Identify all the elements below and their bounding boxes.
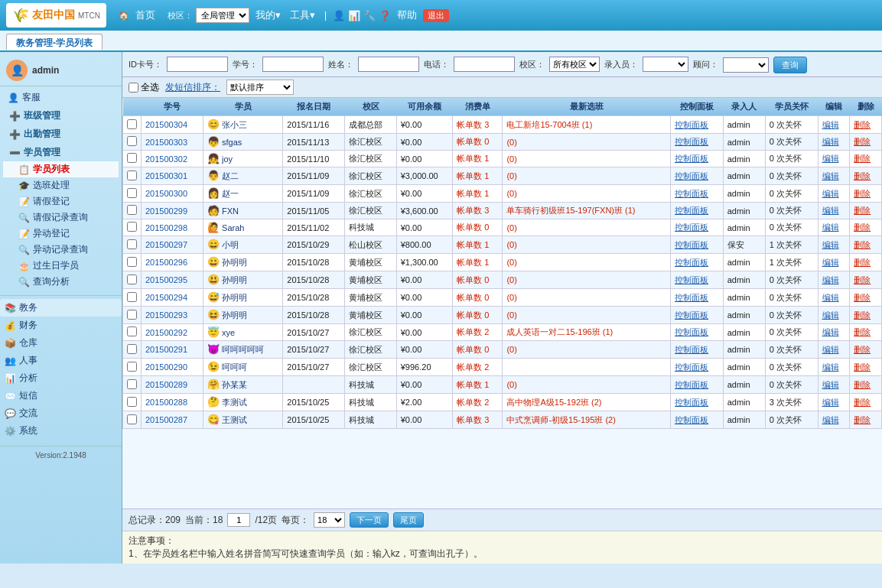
row-latest[interactable]: 成人英语一对二15-196班 (1) [503, 324, 671, 341]
row-id[interactable]: 201500290 [142, 359, 203, 376]
row-edit[interactable]: 编辑 [818, 203, 850, 219]
sidebar-item-kefu[interactable]: 👤 客服 [3, 89, 119, 106]
row-latest[interactable]: 电工新培15-7004班 (1) [503, 116, 671, 134]
sidebar-group-attend[interactable]: ➕ 出勤管理 [3, 125, 119, 143]
sidebar-item-leave-query[interactable]: 🔍 请假记录查询 [3, 210, 119, 226]
row-edit[interactable]: 编辑 [818, 394, 850, 411]
sidebar-item-comm[interactable]: 💬交流 [0, 404, 122, 422]
th-latest[interactable]: 最新选班 [503, 98, 671, 116]
row-check[interactable] [123, 219, 142, 236]
row-id[interactable]: 201500299 [142, 203, 203, 219]
row-latest[interactable]: (0) [503, 219, 671, 236]
row-edit[interactable]: 编辑 [818, 289, 850, 307]
next-page-button[interactable]: 下一页 [350, 512, 389, 528]
row-check[interactable] [123, 151, 142, 167]
row-del[interactable]: 删除 [850, 341, 882, 359]
row-care[interactable]: 3 次关怀 [765, 394, 818, 411]
row-check[interactable] [123, 289, 142, 307]
row-care[interactable]: 0 次关怀 [765, 185, 818, 203]
sidebar-item-stats[interactable]: 📊分析 [0, 369, 122, 387]
row-id[interactable]: 201500291 [142, 341, 203, 359]
row-check[interactable] [123, 203, 142, 219]
phone-input[interactable] [454, 57, 515, 72]
row-edit[interactable]: 编辑 [818, 341, 850, 359]
row-panel[interactable]: 控制面板 [671, 185, 724, 203]
row-panel[interactable]: 控制面板 [671, 271, 724, 289]
row-bill[interactable]: 帐单数 1 [453, 254, 503, 271]
row-id[interactable]: 201500300 [142, 185, 203, 203]
row-del[interactable]: 删除 [850, 219, 882, 236]
row-edit[interactable]: 编辑 [818, 134, 850, 151]
row-del[interactable]: 删除 [850, 116, 882, 134]
row-check[interactable] [123, 359, 142, 376]
row-bill[interactable]: 帐单数 2 [453, 359, 503, 376]
last-page-button[interactable]: 尾页 [393, 512, 424, 528]
sidebar-item-birthday[interactable]: 🎂 过生日学员 [3, 258, 119, 274]
row-del[interactable]: 删除 [850, 307, 882, 324]
row-edit[interactable]: 编辑 [818, 376, 850, 394]
sidebar-group-class-header[interactable]: ➕ 班级管理 [3, 107, 119, 125]
row-latest[interactable]: (0) [503, 254, 671, 271]
row-id[interactable]: 201500294 [142, 289, 203, 307]
row-care[interactable]: 0 次关怀 [765, 203, 818, 219]
row-latest[interactable]: (0) [503, 167, 671, 185]
row-check[interactable] [123, 185, 142, 203]
row-edit[interactable]: 编辑 [818, 219, 850, 236]
row-id[interactable]: 201500296 [142, 254, 203, 271]
sms-sort-link[interactable]: 发短信排序： [165, 81, 220, 94]
campus-select-search[interactable]: 所有校区 成都总部 徐汇校区 科技城 松山校区 黄埔校区 [549, 57, 600, 72]
row-panel[interactable]: 控制面板 [671, 341, 724, 359]
query-button[interactable]: 查询 [773, 57, 807, 73]
sidebar-item-class-select[interactable]: 🎓 选班处理 [3, 177, 119, 193]
row-check[interactable] [123, 236, 142, 254]
campus-select-global[interactable]: 全局管理 [196, 8, 249, 23]
row-check[interactable] [123, 394, 142, 411]
row-check[interactable] [123, 376, 142, 394]
row-edit[interactable]: 编辑 [818, 236, 850, 254]
row-panel[interactable]: 控制面板 [671, 376, 724, 394]
row-bill[interactable]: 帐单数 3 [453, 203, 503, 219]
row-edit[interactable]: 编辑 [818, 324, 850, 341]
row-latest[interactable]: (0) [503, 271, 671, 289]
sidebar-item-student-list[interactable]: 📋 学员列表 [3, 161, 119, 177]
row-care[interactable]: 0 次关怀 [765, 116, 818, 134]
row-panel[interactable]: 控制面板 [671, 219, 724, 236]
row-bill[interactable]: 帐单数 3 [453, 411, 503, 429]
row-del[interactable]: 删除 [850, 359, 882, 376]
row-care[interactable]: 0 次关怀 [765, 307, 818, 324]
tab-student-list[interactable]: 教务管理-学员列表 [6, 34, 103, 50]
row-latest[interactable] [503, 359, 671, 376]
row-panel[interactable]: 控制面板 [671, 307, 724, 324]
row-del[interactable]: 删除 [850, 203, 882, 219]
help-button[interactable]: 帮助 [394, 7, 420, 24]
row-edit[interactable]: 编辑 [818, 359, 850, 376]
row-del[interactable]: 删除 [850, 254, 882, 271]
sort-select[interactable]: 默认排序 学号升序 学号降序 报名日期升序 报名日期降序 [226, 80, 294, 95]
row-bill[interactable]: 帐单数 1 [453, 236, 503, 254]
id-input[interactable] [167, 57, 228, 72]
row-bill[interactable]: 帐单数 0 [453, 219, 503, 236]
row-latest[interactable]: (0) [503, 134, 671, 151]
sidebar-item-transfer[interactable]: 📝 异动登记 [3, 226, 119, 242]
row-latest[interactable]: (0) [503, 151, 671, 167]
row-panel[interactable]: 控制面板 [671, 359, 724, 376]
row-bill[interactable]: 帐单数 3 [453, 116, 503, 134]
sidebar-item-leave-reg[interactable]: 📝 请假登记 [3, 193, 119, 210]
row-del[interactable]: 删除 [850, 151, 882, 167]
sidebar-item-transfer-query[interactable]: 🔍 异动记录查询 [3, 242, 119, 258]
row-del[interactable]: 删除 [850, 376, 882, 394]
row-care[interactable]: 0 次关怀 [765, 151, 818, 167]
sidebar-group-attend-header[interactable]: ➕ 出勤管理 [3, 125, 119, 143]
th-care[interactable]: 学员关怀 [765, 98, 818, 116]
sidebar-group-student[interactable]: ➖ 学员管理 📋 学员列表 🎓 选班处理 📝 请假登记 🔍 请假记录 [3, 144, 119, 290]
tools-button[interactable]: 工具▾ [287, 7, 318, 24]
row-check[interactable] [123, 307, 142, 324]
sidebar-item-finance[interactable]: 💰财务 [0, 317, 122, 334]
row-care[interactable]: 0 次关怀 [765, 167, 818, 185]
logout-btn[interactable]: 退出 [423, 9, 449, 22]
row-check[interactable] [123, 134, 142, 151]
row-latest[interactable]: (0) [503, 185, 671, 203]
row-del[interactable]: 删除 [850, 394, 882, 411]
row-care[interactable]: 0 次关怀 [765, 134, 818, 151]
row-bill[interactable]: 帐单数 1 [453, 151, 503, 167]
